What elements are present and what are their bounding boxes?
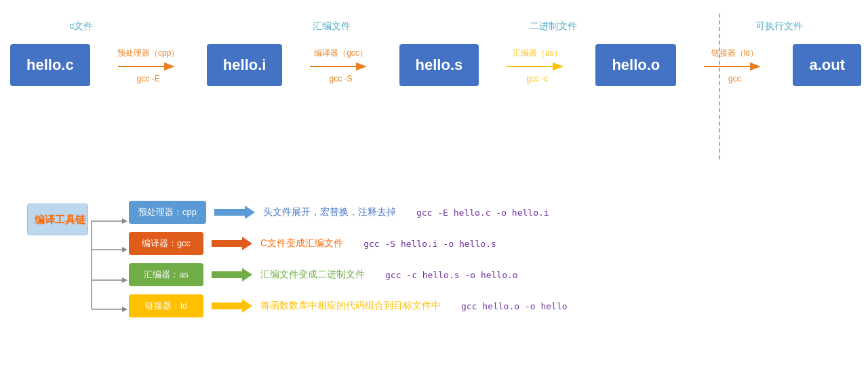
as-desc: 汇编文件变成二进制文件	[260, 269, 365, 281]
as-tool-box: 汇编器：as	[129, 263, 203, 286]
svg-marker-14	[212, 237, 252, 250]
diagram-container: c文件 汇编文件 二进制文件 可执行文件 hello.c 预处理器（cpp）	[0, 0, 868, 369]
pipeline-row: hello.c 预处理器（cpp） gcc -E hello.i	[10, 44, 861, 86]
gcc-tool-box: 编译器：gcc	[129, 232, 203, 255]
svg-marker-12	[122, 307, 127, 312]
ld-arrow	[212, 296, 252, 316]
svg-marker-15	[212, 268, 252, 281]
file-hello-i: hello.i	[207, 44, 283, 86]
arrow-linker: 链接器（ld） gcc	[676, 47, 793, 83]
arrow-compiler: 编译器（gcc） gcc -S	[282, 47, 399, 83]
cpp-cmd: gcc -E hello.c -o hello.i	[416, 208, 549, 218]
ld-cmd: gcc hello.o -o hello	[461, 301, 568, 311]
svg-marker-9	[122, 218, 127, 224]
file-hello-o: hello.o	[595, 44, 676, 86]
as-cmd: gcc -c hello.s -o hello.o	[385, 270, 518, 280]
tool-row-as: 汇编器：as 汇编文件变成二进制文件 gcc -c hello.s -o hel…	[129, 263, 568, 286]
svg-marker-10	[122, 247, 127, 252]
bottom-section: 编译工具链 预处理器：cpp	[14, 176, 854, 360]
arrow-preprocessor: 预处理器（cpp） gcc -E	[90, 47, 207, 83]
compiler-chain-box: 编译工具链	[27, 203, 88, 235]
arrow-cpp-bottom: gcc -E	[137, 74, 160, 83]
bin-file-label: 二进制文件	[530, 20, 577, 33]
svg-marker-13	[214, 206, 255, 219]
top-section: c文件 汇编文件 二进制文件 可执行文件 hello.c 预处理器（cpp）	[0, 0, 868, 163]
tool-row-ld: 链接器：ld 将函数数库中相应的代码组合到目标文件中 gcc hello.o -…	[129, 294, 568, 317]
tool-row-gcc: 编译器：gcc C文件变成汇编文件 gcc -S hello.i -o hell…	[129, 232, 568, 255]
asm-file-label: 汇编文件	[313, 20, 351, 33]
cpp-tool-box: 预处理器：cpp	[129, 201, 206, 224]
gcc-desc: C文件变成汇编文件	[260, 237, 343, 250]
c-file-label: c文件	[69, 20, 93, 33]
arrow-gcc-top: 编译器（gcc）	[314, 47, 368, 59]
arrow-as-top: 汇编器（as）	[513, 47, 562, 59]
cpp-arrow	[214, 202, 255, 222]
ld-desc: 将函数数库中相应的代码组合到目标文件中	[260, 300, 441, 312]
gcc-cmd: gcc -S hello.i -o hello.s	[363, 239, 496, 249]
branch-lines	[88, 182, 129, 338]
arrow-ld-bottom: gcc	[728, 74, 741, 83]
tool-row-cpp: 预处理器：cpp 头文件展开，宏替换，注释去掉 gcc -E hello.c -…	[129, 201, 568, 224]
file-a-out: a.out	[793, 44, 861, 86]
arrow-as-bottom: gcc -c	[526, 74, 548, 83]
arrow-assembler: 汇编器（as） gcc -c	[479, 47, 595, 83]
svg-marker-11	[122, 277, 127, 283]
tool-rows: 预处理器：cpp 头文件展开，宏替换，注释去掉 gcc -E hello.c -…	[129, 176, 568, 317]
svg-marker-16	[212, 299, 252, 313]
cpp-desc: 头文件展开，宏替换，注释去掉	[263, 206, 396, 218]
file-hello-s: hello.s	[399, 44, 479, 86]
file-hello-c: hello.c	[10, 44, 90, 86]
exe-file-label: 可执行文件	[755, 20, 803, 33]
as-arrow	[212, 265, 252, 285]
arrow-cpp-top: 预处理器（cpp）	[117, 47, 179, 59]
gcc-arrow	[212, 233, 252, 254]
ld-tool-box: 链接器：ld	[129, 294, 203, 317]
dashed-separator	[719, 14, 720, 159]
arrow-gcc-bottom: gcc -S	[329, 74, 352, 83]
